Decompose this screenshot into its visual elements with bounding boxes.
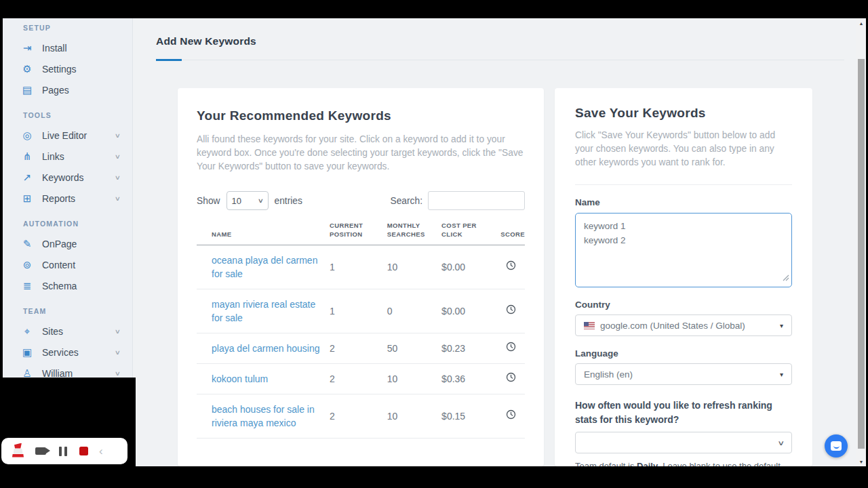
chat-launcher-button[interactable]	[825, 434, 848, 458]
sidebar-item-label: Settings	[42, 64, 120, 75]
keyword-link[interactable]: beach houses for sale in riviera maya me…	[212, 404, 315, 428]
sidebar-item-label: Links	[42, 151, 115, 162]
cost-per-click-cell: $0.00	[441, 245, 500, 289]
current-position-cell: 2	[330, 394, 387, 439]
refresh-question: How often would you like to refresh rank…	[575, 399, 785, 427]
sidebar-item-icon: ⌖	[20, 325, 34, 338]
sidebar-item-install[interactable]: ⇥ Install	[3, 37, 132, 58]
entries-select[interactable]: 10 ∨	[226, 191, 269, 210]
note-text: . Leave blank to use the default.	[658, 461, 783, 466]
scroll-up-arrow-icon[interactable]: ▲	[856, 21, 866, 26]
sidebar-item-label: Schema	[42, 281, 120, 291]
caret-down-icon	[780, 322, 783, 329]
score-cell	[500, 245, 525, 289]
cost-per-click-cell: $0.23	[441, 333, 500, 364]
country-select[interactable]: google.com (United States / Global)	[575, 314, 792, 336]
sidebar-item-onpage[interactable]: ✎ OnPage	[3, 233, 132, 254]
sidebar-item-links[interactable]: ⋔ Links ∨	[3, 146, 132, 167]
sidebar-item-label: Keywords	[42, 172, 115, 183]
sidebar-item-sites[interactable]: ⌖ Sites ∨	[3, 321, 132, 342]
country-label: Country	[575, 300, 792, 310]
monthly-searches-cell: 10	[387, 245, 441, 289]
current-position-cell: 2	[330, 333, 387, 364]
recommended-keywords-card: Your Recommended Keywords Alli found the…	[178, 88, 544, 466]
sidebar-section-team: TEAM ⌖ Sites ∨ ▣ Services ∨ ♙ William ∨	[3, 307, 132, 384]
page-title: Add New Keywords	[156, 35, 844, 47]
sidebar-item-icon: ⚙	[20, 63, 34, 75]
column-header: SCORE	[500, 221, 525, 245]
show-label: Show	[197, 196, 220, 206]
name-label: Name	[575, 197, 792, 207]
note-bold: Daily	[637, 461, 658, 466]
current-position-cell: 1	[330, 245, 387, 289]
sidebar-item-icon: ⊞	[20, 192, 34, 205]
table-row-mayan riviera real estate for sale: mayan riviera real estate for sale 1 0 $…	[197, 289, 525, 333]
sidebar-section-label: TEAM	[23, 307, 132, 317]
keyword-link[interactable]: kokoon tulum	[212, 373, 268, 384]
table-row-playa del carmen housing: playa del carmen housing 2 50 $0.23	[197, 333, 525, 364]
search-label: Search:	[390, 196, 422, 206]
cost-per-click-cell: $0.15	[441, 394, 500, 439]
language-group: Language English (en)	[575, 348, 792, 385]
card-description: Alli found these keywords for your site.…	[197, 133, 525, 174]
sidebar-item-label: Sites	[42, 326, 115, 337]
divider	[575, 184, 792, 185]
sidebar-item-services[interactable]: ▣ Services ∨	[3, 342, 132, 363]
note-text: Team default is	[575, 461, 637, 466]
keyword-link[interactable]: mayan riviera real estate for sale	[212, 299, 315, 323]
chevron-down-icon: ∨	[115, 132, 121, 139]
current-position-cell: 1	[330, 289, 387, 333]
monthly-searches-cell: 50	[387, 333, 441, 364]
keywords-textarea[interactable]: keyword 1 keyword 2	[575, 213, 792, 287]
sidebar-item-pages[interactable]: ▤ Pages	[3, 79, 132, 100]
sidebar-item-label: Services	[42, 347, 115, 358]
sidebar-item-content[interactable]: ⊚ Content	[3, 254, 132, 275]
sidebar-item-icon: ≣	[20, 280, 34, 292]
sidebar-item-live-editor[interactable]: ◎ Live Editor ∨	[3, 125, 132, 146]
collapse-icon[interactable]	[99, 445, 103, 457]
table-row-oceana playa del carmen for sale: oceana playa del carmen for sale 1 10 $0…	[197, 245, 525, 289]
sidebar-item-reports[interactable]: ⊞ Reports ∨	[3, 188, 132, 209]
scroll-down-arrow-icon[interactable]: ▼	[856, 460, 866, 464]
sidebar-item-label: Content	[42, 260, 120, 270]
current-position-cell: 2	[330, 364, 387, 394]
stop-button[interactable]	[79, 447, 88, 455]
card-title: Save Your Keywords	[575, 106, 792, 121]
score-cell	[500, 333, 525, 364]
sidebar-section-tools: TOOLS ◎ Live Editor ∨ ⋔ Links ∨ ↗ Keywor…	[3, 111, 132, 209]
sidebar-section-automation: AUTOMATION ✎ OnPage ⊚ Content ≣ Schema	[3, 220, 132, 296]
save-keywords-card: Save Your Keywords Click "Save Your Keyw…	[555, 88, 812, 466]
sidebar-item-icon: ⋔	[20, 150, 34, 163]
search-group: Search:	[390, 191, 525, 210]
sidebar-item-settings[interactable]: ⚙ Settings	[3, 58, 132, 79]
entries-select-value: 10	[232, 196, 241, 206]
chevron-down-icon: ∨	[115, 370, 121, 377]
entries-label: entries	[275, 196, 302, 206]
table-row-kokoon tulum: kokoon tulum 2 10 $0.36	[197, 364, 525, 394]
monthly-searches-cell: 10	[387, 364, 441, 394]
sidebar-section-label: AUTOMATION	[23, 220, 132, 229]
column-header: NAME	[197, 221, 330, 245]
keyword-link[interactable]: oceana playa del carmen for sale	[212, 255, 317, 279]
camera-icon[interactable]	[35, 447, 46, 455]
language-label: Language	[575, 348, 792, 359]
sidebar-section-setup: SETUP ⇥ Install ⚙ Settings ▤ Pages	[3, 24, 132, 100]
language-select[interactable]: English (en)	[575, 363, 792, 385]
sidebar-item-icon: ▣	[20, 346, 34, 359]
scrollbar-thumb[interactable]	[858, 59, 865, 449]
refresh-select[interactable]	[575, 432, 792, 453]
header-accent-bar	[156, 59, 182, 61]
column-header: MONTHLY SEARCHES	[387, 221, 441, 245]
sidebar-item-label: OnPage	[42, 239, 120, 249]
search-input[interactable]	[428, 191, 525, 210]
us-flag-icon	[584, 322, 595, 329]
sidebar-item-schema[interactable]: ≣ Schema	[3, 275, 132, 296]
scrollbar: ▲ ▼	[856, 18, 866, 466]
pause-button[interactable]	[59, 447, 67, 456]
keyword-link[interactable]: playa del carmen housing	[212, 343, 320, 354]
sidebar-item-icon: ⇥	[20, 42, 34, 54]
sidebar-section-label: SETUP	[23, 24, 132, 33]
chevron-down-icon: ∨	[115, 195, 121, 202]
column-header: COST PER CLICK	[441, 221, 500, 245]
sidebar-item-keywords[interactable]: ↗ Keywords ∨	[3, 167, 132, 188]
